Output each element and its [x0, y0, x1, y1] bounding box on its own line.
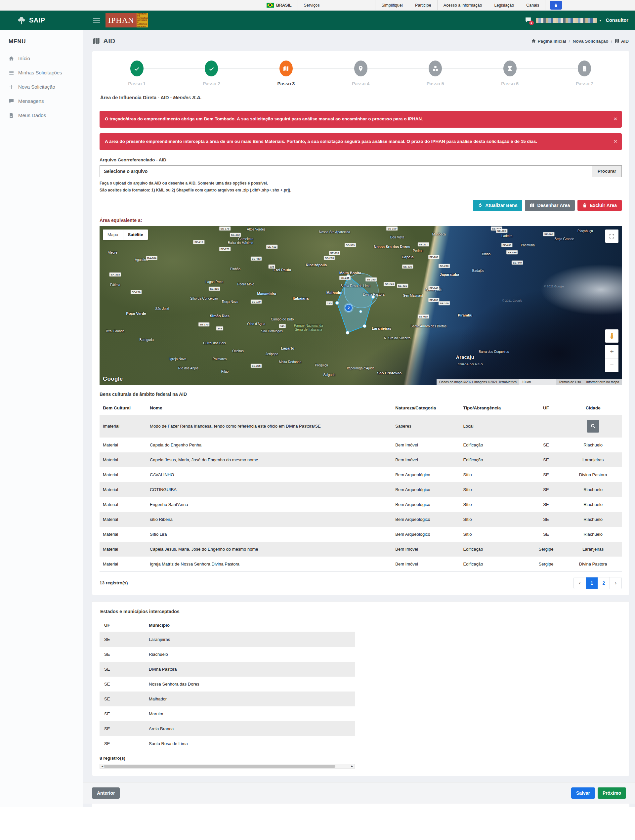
brazil-flag-icon — [267, 3, 274, 8]
report-map-error-link[interactable]: Informar erro no mapa — [584, 379, 622, 385]
column-header-nome: Nome — [147, 401, 392, 415]
table-row: MaterialCapela do Engenho PenhaBem Imóve… — [100, 437, 622, 452]
govbar-brasil-label: BRASIL — [276, 3, 292, 8]
sidebar-item-nova-solicitacao[interactable]: Nova Solicitação — [0, 80, 83, 94]
step-passo-2[interactable]: Passo 2 — [174, 60, 249, 86]
table-row: ImaterialModo de Fazer Renda Irlandesa, … — [100, 415, 622, 437]
close-icon[interactable]: × — [614, 137, 617, 146]
sidebar-item-mensagens[interactable]: Mensagens — [0, 94, 83, 108]
hourglass-icon — [503, 60, 517, 76]
fullscreen-button[interactable] — [605, 229, 618, 243]
bens-record-count: 13 registro(s) — [100, 580, 128, 585]
app-name: SAIP — [29, 17, 45, 24]
pagination-page-2[interactable]: 2 — [598, 578, 610, 589]
user-menu[interactable]: ▾ — [536, 18, 601, 23]
govbar-link-legislacao[interactable]: Legislação — [488, 0, 520, 10]
step-passo-4[interactable]: Passo 4 — [324, 60, 398, 86]
govbar-brasil[interactable]: BRASIL — [261, 0, 298, 10]
aid-polygon — [100, 226, 622, 385]
salvar-button[interactable]: Salvar — [571, 788, 595, 799]
estados-record-count: 8 registro(s) — [100, 756, 622, 761]
notifications-button[interactable]: 1 — [525, 17, 531, 24]
breadcrumb-home[interactable]: Página Inicial — [531, 39, 566, 44]
step-passo-1[interactable]: Passo 1 — [100, 60, 174, 86]
home-icon — [531, 39, 536, 43]
proximo-button[interactable]: Próximo — [598, 788, 626, 799]
pagination-next[interactable]: › — [610, 578, 621, 589]
terms-of-use-link[interactable]: Termos de Uso — [556, 379, 583, 385]
app-header: SAIP IPHAN Instituto doPatrimônioHistóri… — [0, 11, 635, 30]
map-type-satelite-button[interactable]: Satélite — [123, 229, 148, 240]
sidebar-item-meus-dados[interactable]: Meus Dados — [0, 108, 83, 122]
iphan-logo: IPHAN Instituto doPatrimônioHistórico eA… — [106, 13, 148, 27]
column-header-natureza: Natureza/Categoria — [392, 401, 460, 415]
table-row: MaterialCAVALINHOBem ArqueológicoSítioSE… — [100, 467, 622, 482]
upload-label: Arquivo Georreferenciado - AID — [100, 158, 622, 163]
sidebar-item-minhas-solicitacoes[interactable]: Minhas Solicitações — [0, 65, 83, 80]
area-marker[interactable]: 2 — [344, 304, 352, 312]
sidebar-toggle-button[interactable] — [93, 17, 100, 24]
map-icon — [93, 37, 100, 45]
file-icon — [578, 60, 591, 76]
pagination-page-1[interactable]: 1 — [586, 578, 598, 589]
map-scale: 10 km — [519, 379, 556, 385]
step-passo-5[interactable]: Passo 5 — [398, 60, 472, 86]
table-row: SELaranjeiras — [100, 632, 355, 647]
govbar-link-canais[interactable]: Canais — [520, 0, 545, 10]
map-type-mapa-button[interactable]: Mapa — [103, 229, 123, 240]
close-icon[interactable]: × — [614, 115, 617, 123]
sidebar-item-inicio[interactable]: Início — [0, 51, 83, 65]
page-title: AID — [93, 37, 115, 45]
map-icon — [530, 203, 534, 208]
govbar-link-participe[interactable]: Participe — [409, 0, 437, 10]
map-marker-icon — [354, 60, 367, 76]
excluir-area-button[interactable]: Excluir Área — [577, 200, 622, 211]
scroll-right-arrow-icon[interactable]: ► — [351, 764, 354, 768]
column-header-uf: UF — [528, 401, 565, 415]
step-passo-6[interactable]: Passo 6 — [472, 60, 547, 86]
refresh-icon — [478, 203, 483, 208]
zoom-in-button[interactable]: + — [605, 345, 618, 358]
pagination-prev[interactable]: ‹ — [574, 578, 586, 589]
table-row: SESanta Rosa de Lima — [100, 736, 355, 751]
zoom-out-button[interactable]: − — [605, 358, 618, 372]
plus-icon — [9, 84, 14, 90]
estados-card: Estados e municípios interceptados UF Mu… — [92, 601, 629, 776]
notification-badge: 1 — [529, 21, 534, 25]
table-row: SEAreia Branca — [100, 721, 355, 736]
iphan-logo-subtext: Instituto doPatrimônioHistórico eArtísti… — [137, 13, 148, 27]
govbar-link-acesso[interactable]: Acesso à informação — [437, 0, 488, 10]
govbar-link-simplifique[interactable]: Simplifique! — [375, 0, 409, 10]
file-input[interactable] — [100, 165, 592, 177]
pegman-streetview-button[interactable] — [605, 329, 618, 343]
map-icon — [615, 39, 619, 43]
anterior-button[interactable]: Anterior — [92, 788, 120, 799]
scrollbar-thumb[interactable] — [104, 765, 335, 768]
browse-button[interactable]: Procurar — [592, 165, 622, 177]
govbar-link-servicos[interactable]: Serviços — [298, 0, 326, 10]
step-passo-3[interactable]: Passo 3 — [249, 60, 324, 86]
check-icon — [130, 60, 144, 76]
view-details-button[interactable] — [587, 420, 599, 433]
table-row: SEMaruim — [100, 706, 355, 721]
map-canvas[interactable]: 2 Mapa Satélite + − Google Dados do mapa… — [100, 226, 622, 385]
google-logo: Google — [103, 376, 123, 382]
breadcrumb-nova-solicitacao[interactable]: Nova Solicitação — [572, 39, 608, 44]
estados-table-body: SELaranjeirasSERiachueloSEDivina Pastora… — [100, 632, 355, 751]
map-data-credit: Dados do mapa ©2021 Imagens ©2021 TerraM… — [437, 379, 519, 385]
vlibras-accessibility-button[interactable] — [550, 1, 562, 9]
iphan-logo-text: IPHAN — [106, 13, 137, 27]
column-header-tipo: Tipo/Abrangência — [460, 401, 528, 415]
table-row: SEMalhador — [100, 692, 355, 706]
pegman-icon — [608, 333, 615, 339]
table-row: SEDivina Pastora — [100, 662, 355, 677]
horizontal-scrollbar[interactable]: ◄► — [100, 764, 355, 769]
column-header-municipio: Município — [144, 619, 355, 632]
saip-logo[interactable]: SAIP — [0, 11, 83, 30]
atualizar-bens-button[interactable]: Atualizar Bens — [473, 200, 522, 211]
file-icon — [9, 113, 14, 118]
section-title: Área de Influencia Direta - AID - Mendes… — [100, 90, 622, 105]
step-passo-7[interactable]: Passo 7 — [547, 60, 622, 86]
scroll-left-arrow-icon[interactable]: ◄ — [101, 764, 104, 768]
desenhar-area-button[interactable]: Desenhar Área — [525, 200, 575, 211]
